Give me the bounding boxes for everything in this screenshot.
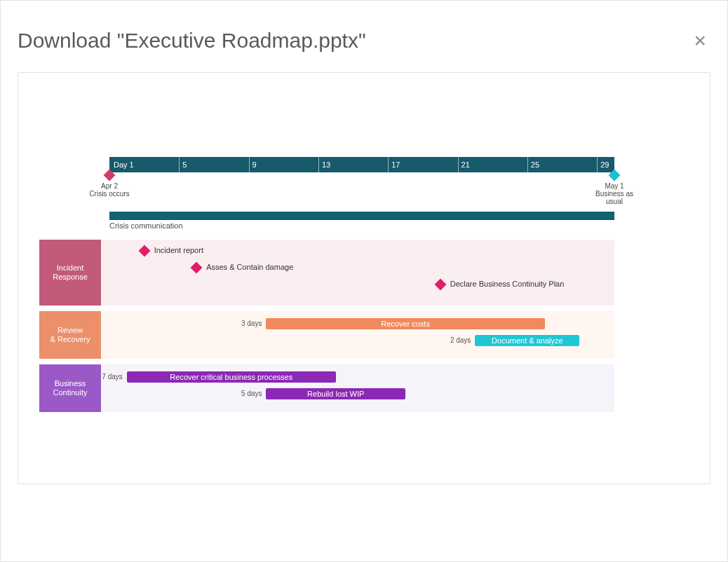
task-label-incident-report: Incident report <box>154 246 203 254</box>
timeline-tick: 25 <box>527 157 539 172</box>
timeline-tick: 17 <box>388 157 400 172</box>
timeline-tick: 13 <box>318 157 330 172</box>
milestone-label: Business as usual <box>586 190 642 205</box>
task-bar-document-analyze: Document & analyze <box>475 335 579 346</box>
close-icon[interactable]: × <box>689 30 710 51</box>
crisis-communication-bar <box>109 212 614 220</box>
task-duration-recover-processes: 7 days <box>92 373 123 381</box>
timeline-tick: 29 <box>597 157 609 172</box>
modal-panel: Download "Executive Roadmap.pptx" × Day … <box>18 29 710 484</box>
task-duration-recover-costs: 3 days <box>231 320 262 327</box>
task-duration-document-analyze: 2 days <box>440 336 471 344</box>
timeline-tick-first: Day 1 <box>109 157 134 172</box>
timeline-tick: 9 <box>249 157 257 172</box>
page-title: Download "Executive Roadmap.pptx" <box>18 29 366 53</box>
task-bar-rebuild-wip: Rebuild lost WIP <box>266 388 405 399</box>
roadmap-canvas: Day 1591317212529Apr 2Crisis occursMay 1… <box>39 87 689 470</box>
roadmap-preview-frame: Day 1591317212529Apr 2Crisis occursMay 1… <box>18 72 710 484</box>
milestone-business-usual: May 1Business as usual <box>586 171 642 205</box>
lane-label-review-recovery: Review& Recovery <box>39 311 101 359</box>
task-label-assess-contain: Asses & Contain damage <box>206 263 293 271</box>
crisis-communication-label: Crisis communication <box>109 221 183 230</box>
diamond-icon <box>609 170 621 181</box>
timeline-scale: Day 1591317212529 <box>109 157 614 172</box>
milestone-label: Crisis occurs <box>81 190 137 198</box>
milestone-date: Apr 2 <box>81 182 137 190</box>
task-bar-recover-costs: Recover costs <box>266 318 544 329</box>
title-row: Download "Executive Roadmap.pptx" × <box>18 29 710 53</box>
milestone-date: May 1 <box>586 182 642 190</box>
lane-label-business-continuity: BusinessContinuity <box>39 364 101 412</box>
milestone-crisis-occurs: Apr 2Crisis occurs <box>81 171 137 198</box>
timeline-tick: 5 <box>179 157 187 172</box>
timeline-tick: 21 <box>458 157 470 172</box>
modal-page: Download "Executive Roadmap.pptx" × Day … <box>0 0 728 562</box>
task-bar-recover-processes: Recover critical business processes <box>127 371 336 383</box>
diamond-icon <box>104 170 116 181</box>
lane-label-incident-response: IncidentResponse <box>39 240 101 306</box>
task-label-declare-bcp: Declare Business Continuity Plan <box>450 280 565 288</box>
task-duration-rebuild-wip: 5 days <box>231 390 262 397</box>
